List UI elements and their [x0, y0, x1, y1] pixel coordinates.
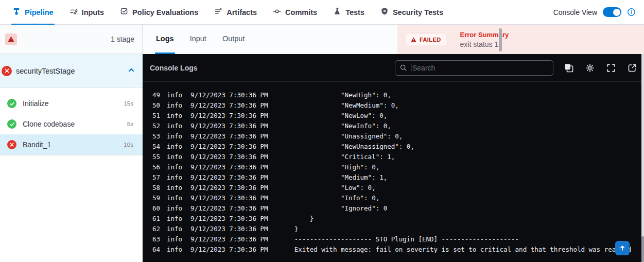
gear-icon[interactable] [585, 63, 595, 73]
console-view-toggle[interactable] [603, 7, 621, 17]
pipeline-icon [12, 7, 21, 17]
log-message: "Low": 0, [294, 183, 376, 193]
log-timestamp: 9/12/2023 7:30:36 PM [190, 214, 268, 224]
failed-triangle-icon [411, 37, 416, 42]
scrollbar-thumb[interactable] [641, 236, 644, 262]
log-line: 51 info 9/12/2023 7:30:36 PM "NewLow": 0… [145, 111, 644, 121]
stage-failed-icon [2, 66, 12, 76]
tab-security-tests[interactable]: Security Tests [379, 0, 444, 25]
log-timestamp: 9/12/2023 7:30:36 PM [190, 131, 268, 142]
warning-triangle-icon [8, 36, 14, 42]
tab-commits[interactable]: Commits [272, 0, 318, 25]
error-summary-strip: FAILED Error Summary exit status 1 [397, 25, 644, 54]
open-in-new-icon[interactable] [628, 63, 637, 73]
tab-output[interactable]: Output [221, 25, 246, 54]
log-message: "Ignored": 0 [294, 203, 388, 214]
tab-input[interactable]: Input [189, 25, 207, 54]
log-line: 62 info 9/12/2023 7:30:36 PM } [145, 224, 644, 234]
tab-inputs[interactable]: Inputs [68, 0, 106, 25]
log-message: } [294, 224, 299, 234]
tab-label: Security Tests [393, 8, 443, 16]
log-level: info [167, 183, 182, 193]
copy-icon[interactable] [564, 63, 573, 73]
log-line: 57 info 9/12/2023 7:30:36 PM "Medium": 1… [145, 172, 644, 183]
console-title: Console Logs [150, 64, 395, 72]
log-message: "NewMedium": 0, [294, 100, 399, 111]
log-level: info [167, 90, 182, 100]
tab-pipeline[interactable]: Pipeline [11, 0, 55, 25]
stage-count-label: 1 stage [111, 35, 134, 43]
text-caret [411, 64, 411, 72]
stage-warning-chip[interactable] [5, 33, 17, 45]
log-line: 56 info 9/12/2023 7:30:36 PM "High": 0, [145, 162, 644, 172]
console-view-control: Console View [553, 7, 636, 17]
chevron-up-icon[interactable] [127, 66, 135, 76]
log-level: info [167, 172, 182, 183]
log-line: 64 info 9/12/2023 7:30:36 PM Exited with… [145, 244, 644, 255]
log-line: 63 info 9/12/2023 7:30:36 PM -----------… [145, 234, 644, 244]
log-line-number: 56 [145, 162, 160, 172]
log-message: "Info": 0, [294, 193, 380, 203]
step-row[interactable]: Clone codebase 5s [0, 114, 143, 134]
step-success-icon [7, 119, 16, 129]
log-message: "NewUnassigned": 0, [294, 142, 414, 152]
scroll-to-top-button[interactable] [615, 241, 630, 255]
log-line-number: 62 [145, 224, 160, 234]
log-message: "NewLow": 0, [294, 111, 388, 121]
log-line: 61 info 9/12/2023 7:30:36 PM } [145, 214, 644, 224]
log-timestamp: 9/12/2023 7:30:36 PM [190, 193, 268, 203]
step-failed-icon [7, 140, 16, 149]
step-duration: 15s [124, 100, 133, 107]
tab-policy-evaluations[interactable]: Policy Evaluations [119, 0, 199, 25]
log-message: "Medium": 1, [294, 172, 388, 183]
log-line: 52 info 9/12/2023 7:30:36 PM "NewInfo": … [145, 121, 644, 131]
log-message: Exited with message: fail_on_severity is… [294, 244, 632, 255]
log-line: 59 info 9/12/2023 7:30:36 PM "Info": 0, [145, 193, 644, 203]
log-line-number: 63 [145, 234, 160, 244]
log-level: info [167, 100, 182, 111]
stage-accordion-header[interactable]: securityTestStage [0, 54, 143, 88]
top-nav: Pipeline Inputs Policy Evaluations Artif… [0, 0, 644, 25]
tab-tests[interactable]: Tests [332, 0, 365, 25]
inputs-icon [69, 7, 78, 17]
tab-label: Tests [345, 8, 364, 16]
log-timestamp: 9/12/2023 7:30:36 PM [190, 224, 268, 234]
toggle-knob [613, 9, 620, 16]
log-timestamp: 9/12/2023 7:30:36 PM [190, 183, 268, 193]
log-line-number: 57 [145, 172, 160, 183]
log-level: info [167, 142, 182, 152]
log-line-number: 60 [145, 203, 160, 214]
log-line-number: 50 [145, 100, 160, 111]
error-summary-scrollbar[interactable] [499, 28, 502, 51]
status-badge: FAILED [406, 34, 446, 45]
arrow-up-icon [619, 244, 626, 252]
search-input[interactable] [412, 64, 549, 72]
policy-shield-icon [120, 7, 128, 17]
step-row[interactable]: Bandit_1 10s [0, 134, 143, 155]
log-message: -------------------- STO Plugin [END] --… [294, 234, 519, 244]
console-panel: Console Logs [143, 54, 644, 262]
log-line-number: 61 [145, 214, 160, 224]
step-success-icon [7, 99, 16, 108]
commit-icon [273, 7, 281, 17]
fullscreen-icon[interactable] [606, 63, 616, 73]
sub-header-band: 1 stage Logs Input Output FAILED Error S… [0, 25, 644, 54]
log-level: info [167, 214, 182, 224]
log-timestamp: 9/12/2023 7:30:36 PM [190, 152, 268, 162]
step-duration: 5s [127, 121, 133, 127]
tab-logs[interactable]: Logs [155, 25, 175, 54]
info-icon[interactable] [627, 8, 636, 16]
step-row[interactable]: Initialize 15s [0, 93, 143, 114]
status-badge-label: FAILED [420, 37, 441, 43]
artifacts-icon [214, 7, 222, 17]
log-message: } [294, 214, 314, 224]
log-line-number: 64 [145, 244, 160, 255]
tab-artifacts[interactable]: Artifacts [213, 0, 258, 25]
step-label: Initialize [23, 99, 124, 108]
log-message: "NewHigh": 0, [294, 90, 391, 100]
vertical-scrollbar[interactable] [641, 54, 644, 262]
log-line-number: 54 [145, 142, 160, 152]
log-timestamp: 9/12/2023 7:30:36 PM [190, 100, 268, 111]
log-timestamp: 9/12/2023 7:30:36 PM [190, 162, 268, 172]
log-line-number: 49 [145, 90, 160, 100]
